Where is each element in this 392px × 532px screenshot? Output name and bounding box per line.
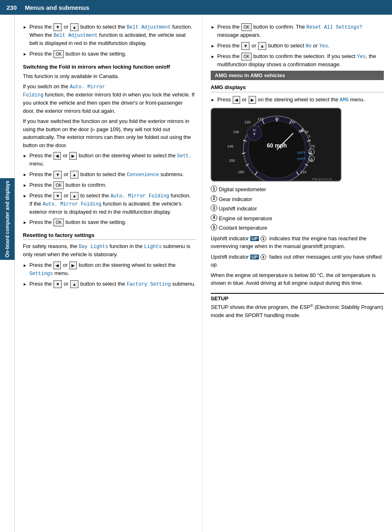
svg-text:60 mph: 60 mph [267,142,287,149]
amg-displays-heading: AMG displays [211,84,384,90]
right-btn3: ▶ [249,96,256,104]
code-settings: Settings [29,271,53,277]
bullet-arrow: ► [211,97,215,103]
up-btn2: ▲ [70,171,78,179]
svg-text:P54.32-9 27-31: P54.32-9 27-31 [312,178,332,181]
numbered-items-list: 1 Digital speedometer 2 Gear indicator 3… [211,186,384,232]
up-badge1: UP [250,236,259,241]
svg-text:10: 10 [275,117,279,121]
svg-text:UP: UP [299,129,304,133]
list-item: ► Press the ▼ or ▲ to select the Auto. M… [23,192,196,216]
badge-5: 5 [211,224,217,230]
left-btn3: ◀ [233,96,240,104]
switching-heading: Switching the Fold in mirrors when locki… [23,64,196,70]
ok-btn5: OK [241,53,251,60]
resetting-para: For safety reasons, the Day Lights funct… [23,242,196,259]
left-btn2: ◀ [53,262,61,269]
list-item: 2 Gear indicator [211,195,384,203]
amg-banner: AMG menu in AMG vehicles [211,71,384,80]
code-yes2: Yes [357,54,366,60]
item-label-2: Gear indicator [219,195,252,203]
setup-heading: SETUP [211,293,384,302]
down-btn3: ▼ [53,192,62,200]
svg-text:130: 130 [233,130,239,134]
list-item: ► Press the ◀ or ▶ button on the steerin… [23,152,196,168]
code-reset-all: Reset All Settings? [306,25,362,30]
item-label-4: Engine oil temperature [219,215,272,223]
svg-text:5: 5 [311,157,312,160]
bullet-arrow: ► [211,43,215,49]
svg-text:70: 70 [311,144,315,148]
code-lights: Lights [144,244,162,250]
item-label-5: Coolant temperature [219,224,267,232]
list-item: ► Press the ▼ or ▲ button to select the … [23,23,196,47]
right-btn2: ▶ [69,262,77,269]
list-item: ► Press the OK button to save the settin… [23,50,196,58]
list-item: 3 Upshift indicator [211,205,384,213]
bullet-text: Press the OK button to confirm the selec… [217,52,384,69]
list-item: ► Press the OK button to confirm. The Re… [211,23,384,39]
code-amg: AMG [340,97,349,103]
list-item: 4 Engine oil temperature [211,215,384,223]
bullet-arrow: ► [23,172,27,178]
upshift-para2: Upshift indicator UP 3 fades out other m… [211,253,384,269]
up-btn: ▲ [70,23,78,31]
ok-btn4: OK [241,23,251,31]
bullet-text: Press the ▼ or ▲ button to select the Co… [29,170,196,179]
ok-btn3: OK [53,219,63,226]
bullet-arrow: ► [23,182,27,188]
switching-para1: This function is only available in Canad… [23,72,196,80]
svg-text:4: 4 [311,150,312,153]
list-item: ► Press the ▼ or ▲ button to select the … [23,280,196,288]
code-belt-adjustment: Belt Adjustment [127,25,171,30]
item-label-1: Digital speedometer [219,186,266,194]
circle-3a: 3 [261,236,266,241]
badge-4: 4 [211,215,217,221]
code-yes: Yes [319,43,328,49]
section-title: Menus and submenus [25,4,89,11]
bullet-arrow: ► [23,262,27,268]
main-layout: On-board computer and displays ► Press t… [0,15,392,532]
left-column: ► Press the ▼ or ▲ button to select the … [15,15,203,532]
bullet-text: Press the ◀ or ▶ button on the steering … [29,261,196,277]
code-day-lights: Day Lights [79,244,108,250]
code-factory: Factory Setting [127,282,171,287]
down-btn4: ▼ [53,280,62,288]
list-item: ► Press the OK button to save the settin… [23,218,196,226]
list-item: ► Press the ▼ or ▲ button to select the … [23,170,196,179]
ok-btn2: OK [53,181,63,189]
code-convenience: Convenience [127,172,159,178]
bullet-text: Press the ▼ or ▲ button to select the Fa… [29,280,196,288]
list-item: 5 Coolant temperature [211,224,384,232]
item-label-3: Upshift indicator [219,205,257,213]
svg-text:110: 110 [300,170,306,174]
resetting-heading: Resetting to factory settings [23,232,196,240]
svg-text:50: 50 [253,129,256,132]
upshift-para1: Upshift indicator UP 3 indicates that th… [211,235,384,250]
svg-text:154°F: 154°F [297,157,306,161]
code-sett: Sett. [177,153,192,159]
list-item: ► Press the ▼ or ▲ button to select No o… [211,42,384,50]
code-auto-mirror: Auto. MirrorFolding [23,84,105,98]
bullet-arrow: ► [23,51,27,57]
badge-2: 2 [211,195,217,202]
list-item: ► Press the ◀ or ▶ button on the steerin… [23,261,196,277]
bullet-text: Press the OK button to save the setting. [29,50,196,58]
bullet-arrow: ► [23,281,27,287]
list-item: ► Press the OK button to confirm. [23,181,196,189]
bullet-text: Press the ▼ or ▲ button to select the Be… [29,23,196,47]
right-btn: ▶ [69,152,77,160]
header-bar: 230 Menus and submenus [0,0,392,15]
bullet-text: Press the OK button to save the setting. [29,218,196,226]
code-auto-mirror3: Auto. Mirror Folding [42,201,101,207]
bullet-text: Press the ▼ or ▲ to select the Auto. Mir… [29,192,196,216]
content-area: ► Press the ▼ or ▲ button to select the … [15,15,392,532]
code-no: No [305,43,311,49]
svg-text:160: 160 [238,170,244,174]
bullet-arrow: ► [211,54,215,60]
list-item: ► Press the OK button to confirm the sel… [211,52,384,69]
up-btn3: ▲ [70,192,78,200]
svg-text:3: 3 [309,135,310,138]
bullet-arrow: ► [211,24,215,30]
side-tab-highlight: On-board computer and displays [0,178,15,260]
